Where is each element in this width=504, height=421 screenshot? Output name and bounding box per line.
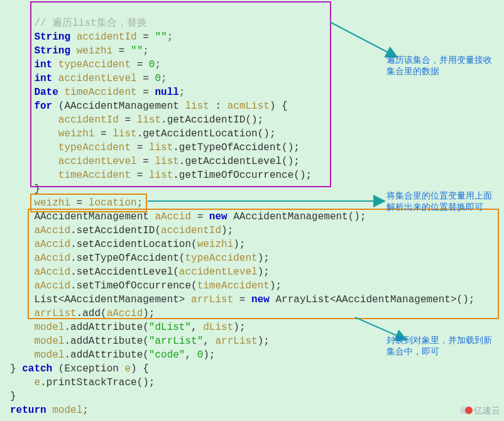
code-token: null: [155, 87, 178, 98]
code-token: for: [34, 101, 58, 112]
code-token: .setAccidentLocation(: [70, 239, 197, 250]
code-token: .getAccidentID();: [161, 114, 263, 126]
code-token: ;: [82, 405, 89, 416]
code-token: (Exception: [58, 363, 125, 375]
code-token: "": [155, 31, 167, 43]
code-token: accidentLevel: [58, 73, 137, 84]
code-token: acmList: [227, 101, 270, 112]
code-token: e: [124, 363, 131, 375]
code-token: aAccid: [107, 308, 143, 319]
code-token: );: [258, 253, 270, 264]
code-token: ;: [167, 31, 173, 43]
code-token: arrList: [191, 294, 233, 305]
code-token: list: [149, 170, 173, 181]
code-token: typeAccident: [58, 59, 131, 70]
code-token: accidentId: [161, 225, 221, 236]
code-token: String: [34, 31, 76, 43]
annotation-1: 遍历该集合，并用变量接收集合里的数据: [386, 54, 500, 77]
code-token: .addAttribute(: [64, 349, 148, 361]
code-token: int: [34, 73, 58, 84]
code-token: typeAccident: [58, 142, 131, 153]
code-token: ,: [191, 322, 203, 333]
code-token: =: [233, 294, 251, 305]
code-token: );: [258, 336, 270, 347]
code-token: new: [251, 294, 275, 305]
code-token: );: [258, 266, 270, 278]
code-token: AAccidentManagement();: [233, 211, 366, 222]
code-token: new: [209, 211, 233, 222]
code-token: ,: [185, 349, 197, 361]
code-token: ;: [155, 59, 161, 70]
code-token: =: [137, 73, 155, 84]
code-token: }: [34, 183, 40, 195]
code-token: 0: [155, 73, 161, 84]
code-token: weizhi: [197, 239, 234, 250]
code-token: .getTimeOfOccurrence();: [173, 170, 312, 181]
code-token: timeAccident: [64, 87, 136, 98]
code-token: dList: [203, 322, 233, 333]
code-comment: // 遍历list集合，替换: [34, 18, 146, 29]
code-token: catch: [22, 363, 58, 375]
code-token: .setAccidentLevel(: [70, 266, 179, 278]
code-token: =: [70, 197, 89, 209]
code-token: "code": [149, 349, 185, 361]
code-token: model: [34, 322, 64, 333]
code-token: List<AAccidentManagement>: [34, 294, 191, 305]
code-token: .setAccidentID(: [70, 225, 161, 236]
code-token: (AAccidentManagement: [58, 101, 185, 112]
code-token: .add(: [77, 308, 107, 319]
code-token: location: [89, 197, 137, 209]
code-token: .addAttribute(: [64, 336, 148, 347]
code-token: =: [131, 142, 149, 153]
code-token: timeAccident: [58, 170, 131, 181]
code-token: );: [221, 225, 233, 236]
code-token: timeAccident: [197, 280, 270, 292]
code-token: =: [119, 114, 137, 126]
code-token: =: [137, 87, 155, 98]
code-token: accidentId: [58, 114, 119, 126]
code-token: accidentLevel: [179, 266, 258, 278]
code-token: ArrayList<AAccidentManagement>();: [275, 294, 474, 305]
code-token: model: [52, 405, 82, 416]
code-token: }: [10, 363, 22, 375]
code-token: .setTypeOfAccident(: [70, 253, 185, 264]
code-token: aAccid: [34, 253, 70, 264]
code-token: AAccidentManagement: [34, 211, 155, 222]
code-token: =: [94, 128, 112, 139]
code-token: ;: [161, 73, 167, 84]
code-token: weizhi: [34, 197, 70, 209]
code-token: ;: [179, 87, 185, 98]
code-token: Date: [34, 87, 64, 98]
watermark-logo: 亿速云: [460, 403, 500, 417]
code-token: accidentLevel: [58, 156, 137, 167]
code-token: return: [10, 405, 52, 416]
code-token: );: [203, 349, 215, 361]
code-token: .getAccidentLevel();: [179, 156, 300, 167]
code-token: typeAccident: [185, 253, 257, 264]
code-token: model: [34, 349, 64, 361]
code-token: arrList: [34, 308, 76, 319]
code-token: =: [112, 45, 131, 57]
code-token: String: [34, 45, 76, 57]
annotation-2: 将集合里的位置变量用上面解析出来的位置替换即可: [386, 190, 500, 212]
code-token: .printStackTrace();: [40, 377, 155, 388]
code-token: );: [143, 308, 155, 319]
code-token: =: [191, 211, 209, 222]
code-token: ) {: [131, 363, 149, 375]
code-token: aAccid: [34, 266, 70, 278]
code-token: int: [34, 59, 58, 70]
code-token: ,: [203, 336, 215, 347]
code-token: "dList": [149, 322, 191, 333]
code-token: .setTimeOfOccurrence(: [70, 280, 197, 292]
annotation-3: 封装到对象里，并加载到新集合中，即可: [386, 334, 500, 357]
code-token: =: [137, 156, 155, 167]
code-token: 0: [197, 349, 204, 361]
code-token: ) {: [270, 101, 288, 112]
code-token: weizhi: [58, 128, 95, 139]
code-token: .addAttribute(: [64, 322, 148, 333]
code-token: :: [209, 101, 227, 112]
code-token: =: [137, 31, 155, 43]
code-token: 0: [149, 59, 155, 70]
watermark-text: 亿速云: [474, 403, 500, 417]
code-token: );: [233, 322, 245, 333]
